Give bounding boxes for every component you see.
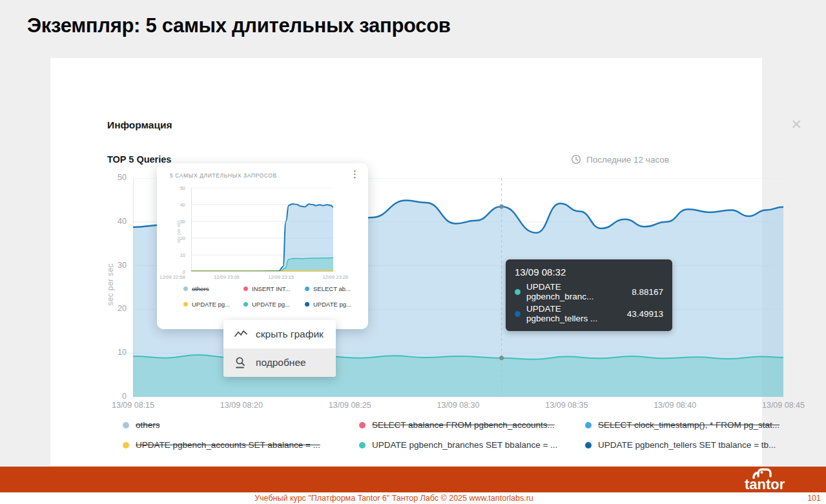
page-number: 101 [807, 494, 821, 503]
legend-color-dot [123, 442, 129, 449]
slide-title: Экземпляр: 5 самых длительных запросов [27, 14, 451, 37]
svg-text:tantor: tantor [745, 476, 785, 492]
legend-label: INSERT INT... [252, 285, 290, 292]
chart-tooltip: 13/09 08:32 UPDATE pgbench_branc... 8.88… [506, 259, 672, 331]
context-menu: скрыть график подробнее [223, 320, 336, 377]
chart-legend: othersSELECT abalance FROM pgbench_accou… [123, 420, 780, 450]
tooltip-row: UPDATE pgbench_branc... 8.88167 [515, 282, 663, 301]
x-tick-label: 13/09 08:15 [112, 401, 154, 410]
x-tick-label: 13/09 08:40 [654, 401, 696, 410]
legend-label: others [136, 420, 160, 430]
series-color-dot [515, 311, 521, 317]
tooltip-series-value: 8.88167 [632, 287, 663, 297]
y-tick-label: 50 [101, 173, 127, 182]
menu-item-label: скрыть график [256, 328, 324, 340]
legend-label: UPDATE pg... [313, 301, 351, 308]
y-tick-label: 40 [101, 217, 127, 226]
legend-color-dot [359, 442, 366, 449]
legend-label: SELECT abalance FROM pgbench_accounts... [372, 420, 555, 430]
inset-area-chart[interactable] [191, 188, 333, 272]
legend-label: UPDATE pgbench_tellers SET tbalance = tb… [598, 440, 776, 450]
clock-icon [571, 154, 581, 165]
legend-label: UPDATE pg... [192, 301, 230, 308]
tooltip-series-value: 43.49913 [627, 309, 663, 319]
y-tick-label: 50 [172, 185, 185, 191]
y-tick-label: 10 [172, 252, 185, 258]
y-tick-label: 0 [101, 392, 127, 401]
x-tick-label: 12/09 23:15 [268, 274, 294, 280]
series-color-dot [515, 289, 521, 295]
legend-item[interactable]: SELECT clock_timestamp(), * FROM pg_stat… [585, 420, 780, 430]
x-tick-label: 12/09 22:58 [160, 274, 185, 280]
x-tick-label: 12/09 23:28 [322, 274, 348, 280]
inset-chart-title: 5 самых длительных запросов [170, 172, 277, 179]
legend-color-dot [305, 287, 309, 291]
x-tick-label: 13/09 08:35 [545, 401, 588, 410]
legend-item[interactable]: UPDATE pgbench_tellers SET tbalance = tb… [585, 440, 780, 450]
legend-label: UPDATE pgbench_branches SET bbalance = .… [372, 440, 557, 450]
footer-strip: Учебный курс "Платформа Tantor 6" Тантор… [0, 492, 826, 504]
y-axis-ticks: 01020304050 [101, 178, 130, 397]
slide: Экземпляр: 5 самых длительных запросов И… [0, 0, 826, 504]
legend-item[interactable]: SELECT abalance FROM pgbench_accounts... [359, 420, 585, 430]
menu-item-label: подробнее [256, 357, 306, 368]
info-modal: Информация ✕ TOP 5 Queries Последние 12 … [50, 58, 762, 466]
time-range-label: Последние 12 часов [586, 155, 669, 165]
tooltip-series-label: UPDATE pgbench_branc... [526, 282, 626, 301]
y-tick-label: 20 [172, 236, 185, 241]
x-tick-label: 13/09 08:45 [762, 401, 805, 410]
y-tick-label: 40 [172, 202, 185, 208]
legend-label: SELECT clock_timestamp(), * FROM pg_stat… [598, 420, 780, 430]
footer-bar: tantor [0, 467, 826, 492]
y-tick-label: 30 [172, 219, 185, 225]
legend-item[interactable]: UPDATE pg... [305, 301, 351, 308]
legend-color-dot [243, 302, 248, 307]
menu-item-details[interactable]: подробнее [223, 348, 336, 377]
legend-label: UPDATE pgbench_accounts SET abalance = .… [136, 440, 320, 450]
legend-item[interactable]: others [123, 420, 359, 430]
legend-color-dot [183, 287, 188, 291]
inset-chart-legend: othersINSERT INT...SELECT ab...UPDATE pg… [183, 285, 351, 308]
tooltip-series-label: UPDATE pgbench_tellers ... [526, 304, 621, 323]
legend-item[interactable]: UPDATE pgbench_branches SET bbalance = .… [359, 440, 585, 450]
legend-item[interactable]: UPDATE pg... [183, 301, 243, 308]
x-tick-label: 13/09 08:20 [220, 401, 263, 410]
details-icon [234, 356, 248, 369]
legend-color-dot [585, 422, 592, 428]
legend-color-dot [359, 422, 366, 428]
legend-color-dot [123, 422, 129, 428]
close-icon[interactable]: ✕ [788, 116, 805, 133]
y-tick-label: 30 [101, 261, 127, 270]
y-tick-label: 10 [101, 348, 127, 357]
y-tick-label: 20 [101, 304, 127, 313]
x-tick-label: 13/09 08:30 [437, 401, 479, 410]
x-tick-label: 12/09 23:05 [214, 274, 240, 280]
tooltip-time: 13/09 08:32 [515, 267, 663, 277]
y-axis-ticks: 01020304050 [172, 188, 188, 272]
legend-item[interactable]: SELECT ab... [305, 285, 351, 292]
legend-label: SELECT ab... [313, 285, 351, 292]
legend-color-dot [305, 302, 309, 307]
tantor-logo: tantor [728, 468, 792, 492]
legend-item[interactable]: UPDATE pg... [243, 301, 305, 308]
legend-item[interactable]: others [183, 285, 243, 292]
legend-item[interactable]: UPDATE pgbench_accounts SET abalance = .… [123, 440, 359, 450]
tooltip-row: UPDATE pgbench_tellers ... 43.49913 [515, 304, 663, 323]
menu-item-hide-chart[interactable]: скрыть график [223, 320, 336, 348]
legend-color-dot [183, 302, 188, 307]
legend-color-dot [585, 442, 592, 449]
legend-label: others [192, 285, 209, 292]
x-tick-label: 13/09 08:25 [329, 401, 371, 410]
time-range-selector[interactable]: Последние 12 часов [571, 154, 669, 165]
modal-title: Информация [107, 119, 172, 131]
kebab-menu-icon[interactable]: ⋮ [350, 168, 360, 180]
footer-course-text: Учебный курс "Платформа Tantor 6" Тантор… [0, 494, 788, 503]
x-axis-ticks: 12/09 22:5812/09 23:0512/09 23:1512/09 2… [160, 274, 348, 280]
legend-item[interactable]: INSERT INT... [243, 285, 305, 292]
inset-chart-card: 5 самых длительных запросов ⋮ sec per se… [157, 163, 368, 329]
legend-label: UPDATE pg... [252, 301, 290, 308]
legend-color-dot [243, 287, 248, 291]
x-axis-ticks: 13/09 08:1513/09 08:2013/09 08:2513/09 0… [133, 401, 783, 411]
line-chart-icon [234, 328, 248, 341]
